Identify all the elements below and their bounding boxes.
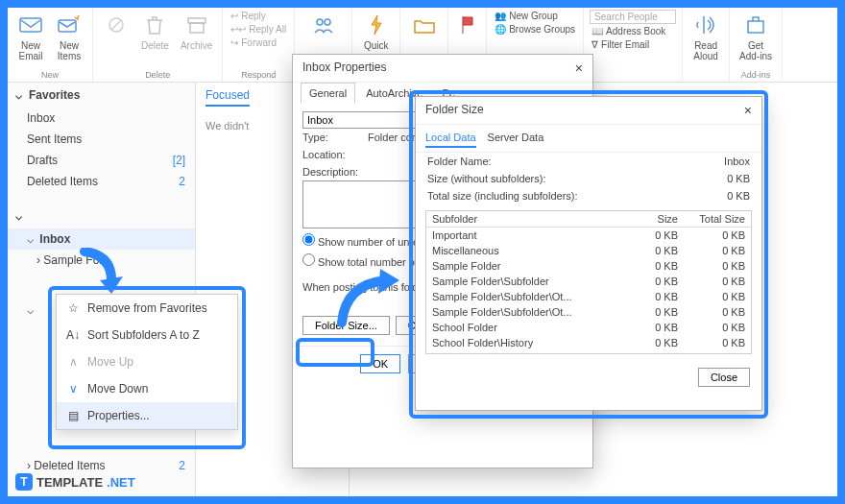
close-button[interactable]: Close [698,368,750,387]
delete-button[interactable]: Delete [137,10,173,53]
fs-name-value: Inbox [724,156,750,167]
fav-inbox[interactable]: Inbox [8,108,195,129]
logo-icon: T [15,473,33,491]
properties-icon: ▤ [66,409,80,422]
location-label: Location: [302,149,360,160]
table-row[interactable]: Sample Folder\Subfolder\Ot...0 KB0 KB [426,304,751,320]
ribbon-group-delete: Delete Archive Delete [93,8,223,82]
group-label-delete: Delete [145,68,170,80]
filter-icon: ∇ [592,39,598,50]
up-icon: ∧ [66,355,80,369]
table-row[interactable]: School Folder\History0 KB0 KB [426,335,751,350]
quick-button[interactable]: Quick [359,10,394,53]
new-email-button[interactable]: New Email [13,10,48,63]
close-icon[interactable]: × [575,60,583,76]
folder-context-menu: ☆Remove from Favorites A↓Sort Subfolders… [56,294,238,430]
svg-rect-8 [748,21,763,33]
archive-button[interactable]: Archive [177,10,216,53]
forward-icon: ↪ [230,37,238,48]
cm-move-down[interactable]: ∨Move Down [57,375,237,402]
search-people-input[interactable]: Search People [590,10,676,24]
arrow-1 [77,248,125,301]
lightning-icon [363,12,390,38]
svg-rect-5 [190,23,204,33]
ignore-button[interactable] [99,10,133,40]
address-book-button[interactable]: 📖Address Book [590,25,676,37]
props-title: Inbox Properties [302,60,386,76]
fs-tabs: Local Data Server Data [416,125,761,153]
reply-button[interactable]: ↩Reply [229,10,288,22]
table-row[interactable]: Important0 KB0 KB [426,228,751,243]
arrow-2 [330,267,407,334]
forward-button[interactable]: ↪Forward [229,36,288,49]
tree-inbox[interactable]: ⌵ Inbox [8,228,195,250]
table-row[interactable]: School Folder0 KB0 KB [426,320,751,335]
reply-all-button[interactable]: ↩↩Reply All [229,23,288,36]
table-row[interactable]: Sample Folder\Subfolder0 KB0 KB [426,274,751,289]
th-subfolder[interactable]: Subfolder [426,211,626,227]
delete-label: Delete [141,40,169,51]
template-badge: T TEMPLATE.NET [15,473,135,491]
svg-rect-1 [59,20,76,32]
people-plus-icon: 👥 [495,11,506,21]
svg-point-6 [317,19,323,25]
th-size[interactable]: Size [626,211,684,227]
chevron-down-icon: ⌵ [15,209,25,223]
close-icon[interactable]: × [744,103,752,118]
tab-focused[interactable]: Focused [205,88,250,107]
chevron-down-icon: ⌵ [15,88,25,102]
app-window: New Email New Items New Delete [8,8,837,496]
trash-icon [141,12,168,38]
group-label-addins: Add-ins [741,68,771,80]
fs-size-value: 0 KB [727,173,750,184]
chevron-down-icon: ⌵ [27,303,36,317]
cm-properties[interactable]: ▤Properties... [57,402,237,429]
reply-icon: ↩ [230,11,238,21]
subfolder-table: Subfolder Size Total Size Important0 KB0… [425,210,752,354]
fs-total-value: 0 KB [727,190,750,202]
fs-titlebar: Folder Size × [416,97,761,125]
folder-move-icon [411,12,438,38]
ok-button[interactable]: OK [360,354,400,373]
archive-label: Archive [181,40,212,51]
share-button[interactable] [306,10,341,40]
desc-label: Description: [302,166,358,178]
store-icon [742,12,769,38]
fav-sent[interactable]: Sent Items [8,129,195,150]
favorites-header[interactable]: ⌵Favorites [8,83,195,108]
filter-email-button[interactable]: ∇Filter Email [590,38,676,51]
ribbon-group-addins: Get Add-ins Add-ins [730,8,783,82]
cm-move-up: ∧Move Up [57,348,237,375]
star-icon: ☆ [66,301,80,315]
tab-general[interactable]: General [301,83,355,104]
svg-line-3 [111,20,121,30]
account-expand[interactable]: ⌵ [8,204,195,228]
fs-title: Folder Size [425,103,484,118]
fav-deleted[interactable]: Deleted Items2 [8,171,195,192]
table-row[interactable]: Miscellaneous0 KB0 KB [426,243,751,258]
tab-server-data[interactable]: Server Data [488,129,544,148]
group-label-new: New [41,68,59,80]
radio-show-total[interactable]: Show total number of it [302,253,426,268]
table-body: Important0 KB0 KBMiscellaneous0 KB0 KBSa… [426,228,751,350]
th-total[interactable]: Total Size [684,211,751,227]
mail-spark-icon [56,12,83,38]
tab-local-data[interactable]: Local Data [425,129,476,148]
radio-show-unread[interactable]: Show number of unrea [302,233,424,248]
table-row[interactable]: Sample Folder0 KB0 KB [426,258,751,274]
new-email-label: New Email [18,40,42,61]
fav-drafts[interactable]: Drafts[2] [8,150,195,171]
chevron-down-icon: ⌵ [27,232,36,246]
tag-button[interactable] [450,10,485,40]
new-items-label: New Items [58,40,81,61]
move-button[interactable] [407,10,442,40]
new-group-button[interactable]: 👥New Group [493,10,577,22]
table-row[interactable]: Sample Folder\Subfolder\Ot...0 KB0 KB [426,289,751,304]
browse-groups-button[interactable]: 🌐Browse Groups [493,23,577,36]
read-aloud-button[interactable]: Read Aloud [688,10,723,63]
flag-icon [454,12,481,38]
get-addins-button[interactable]: Get Add-ins [736,10,776,63]
speaker-icon [692,12,719,38]
cm-sort-subfolders[interactable]: A↓Sort Subfolders A to Z [57,322,237,348]
new-items-button[interactable]: New Items [52,10,86,63]
